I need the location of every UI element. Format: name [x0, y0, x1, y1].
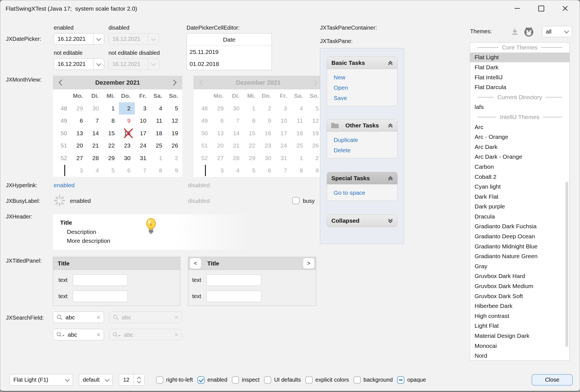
checkbox-box[interactable] — [353, 376, 361, 384]
combo-dropdown-button[interactable] — [62, 374, 73, 385]
datepicker-value[interactable]: 16.12.2021 — [54, 36, 93, 42]
calendar-cell[interactable]: 25 — [150, 139, 166, 152]
collapse-icon[interactable] — [387, 122, 394, 129]
checkbox-box[interactable] — [232, 376, 239, 384]
calendar-cell[interactable]: 28 — [87, 152, 103, 165]
search-text[interactable]: abc — [68, 331, 94, 338]
datepicker-dropdown-button[interactable] — [93, 34, 104, 44]
font-size-spinner[interactable]: 12 — [119, 374, 145, 386]
theme-item[interactable]: Gruvbox Dark Medium — [470, 281, 569, 291]
calendar-cell[interactable]: 17 — [135, 127, 151, 140]
theme-item[interactable]: Gradianto Midnight Blue — [470, 241, 569, 251]
table-row[interactable]: 01.02.2018 — [187, 58, 272, 70]
calendar-cell[interactable]: 23 — [119, 139, 135, 152]
task-link[interactable]: Go to space — [334, 189, 397, 196]
calendar-cell[interactable]: 52 — [53, 152, 71, 165]
search-field-with-menu-enabled[interactable]: abc × — [53, 329, 104, 340]
calendar-cell[interactable]: 27 — [71, 152, 87, 165]
download-icon[interactable] — [510, 27, 520, 37]
calendar-cell[interactable]: 31 — [135, 152, 151, 165]
checkbox-box[interactable] — [305, 376, 313, 384]
calendar-cell[interactable]: 26 — [166, 139, 182, 152]
next-month-icon[interactable] — [171, 80, 176, 85]
calendar-cell[interactable]: 9 — [119, 115, 135, 127]
calendar-cell[interactable]: Do. — [119, 90, 135, 102]
calendar-cell[interactable]: 2 — [119, 102, 135, 115]
calendar-cell[interactable]: 6 — [71, 115, 87, 127]
calendar-cell[interactable]: Mo. — [71, 90, 87, 102]
option-checkbox[interactable]: right-to-left — [156, 376, 193, 384]
calendar-cell[interactable]: 18 — [150, 127, 166, 140]
calendar-cell[interactable]: 7 — [135, 164, 151, 177]
calendar-cell[interactable]: 30 — [119, 152, 135, 165]
github-icon[interactable] — [523, 26, 535, 38]
calendar-cell[interactable]: 20 — [71, 139, 87, 152]
calendar-cell[interactable]: 13 — [71, 127, 87, 140]
theme-item[interactable]: Arc - Orange — [470, 132, 569, 142]
theme-item[interactable]: Arc — [470, 122, 569, 132]
collapse-icon[interactable] — [387, 175, 394, 182]
option-checkbox[interactable]: UI defaults — [264, 376, 301, 384]
minimize-button[interactable] — [505, 0, 529, 16]
theme-item[interactable]: Dracula — [470, 212, 569, 222]
collapse-icon[interactable] — [387, 59, 394, 66]
busy-checkbox-label[interactable]: busy — [303, 197, 315, 205]
spinner-down-icon[interactable] — [137, 379, 141, 383]
table-row[interactable]: 25.11.2019 — [187, 46, 272, 58]
task-link[interactable]: Open — [334, 84, 397, 91]
calendar-cell[interactable]: 29 — [71, 102, 87, 115]
theme-item[interactable]: Gruvbox Dark Soft — [470, 291, 569, 301]
calendar-cell[interactable]: 3 — [135, 102, 151, 115]
calendar-cell[interactable] — [53, 90, 71, 102]
theme-item[interactable]: High contrast — [470, 311, 569, 321]
option-checkbox[interactable]: background — [353, 376, 393, 384]
theme-item[interactable]: Gruvbox Dark Hard — [470, 271, 569, 281]
next-button[interactable]: > — [303, 258, 314, 269]
calendar-cell[interactable]: 5 — [166, 102, 182, 115]
calendar-cell[interactable]: 10 — [135, 115, 151, 127]
theme-item[interactable]: Gradianto Nature Green — [470, 251, 569, 261]
task-link[interactable]: Delete — [334, 147, 397, 154]
theme-item[interactable]: Flat IntelliJ — [470, 72, 569, 82]
calendar-cell[interactable]: 12 — [166, 115, 182, 127]
theme-item[interactable]: Gradianto Dark Fuchsia — [470, 222, 569, 232]
table-header-date[interactable]: Date — [187, 34, 272, 46]
theme-item[interactable]: Cobalt 2 — [470, 172, 569, 182]
calendar-cell[interactable]: 9 — [166, 164, 182, 177]
theme-item[interactable]: Material Design Dark — [470, 331, 569, 341]
busy-checkbox[interactable] — [292, 197, 300, 204]
search-text[interactable]: abc — [65, 314, 94, 321]
theme-item[interactable]: Flat Darcula — [470, 82, 569, 92]
search-field-enabled[interactable]: abc × — [53, 312, 104, 323]
calendar-cell[interactable]: 29 — [103, 152, 119, 165]
text-field[interactable] — [73, 274, 128, 286]
theme-item[interactable]: Gray — [470, 261, 569, 271]
option-checkbox[interactable]: opaque — [397, 376, 426, 384]
calendar-cell[interactable]: 2 — [166, 152, 182, 165]
theme-item[interactable]: Dark purple — [470, 202, 569, 212]
combo-dropdown-button[interactable] — [561, 26, 572, 37]
text-field[interactable] — [73, 291, 128, 302]
theme-item[interactable]: Arc Dark - Orange — [470, 152, 569, 162]
theme-item[interactable]: lafs — [470, 102, 569, 112]
calendar-cell[interactable]: Mi. — [103, 90, 119, 102]
themes-scrollbar-thumb[interactable] — [565, 182, 568, 347]
calendar-cell[interactable]: 3 — [71, 164, 87, 177]
calendar-cell[interactable]: 1 — [103, 102, 119, 115]
datepicker-enabled[interactable]: 16.12.2021 — [54, 33, 104, 45]
calendar-cell[interactable]: 50 — [53, 127, 71, 140]
taskpane-header[interactable]: Collapsed — [327, 215, 397, 227]
calendar-cell[interactable]: 49 — [53, 115, 71, 127]
clear-icon[interactable]: × — [96, 331, 100, 338]
calendar-cell[interactable]: 6 — [119, 164, 135, 177]
calendar-cell[interactable]: 1 — [150, 152, 166, 165]
calendar-cell[interactable] — [53, 164, 71, 177]
checkbox-box[interactable] — [197, 376, 205, 384]
scale-combo[interactable]: default — [79, 374, 113, 386]
task-link[interactable]: Save — [334, 95, 397, 101]
prev-button[interactable]: < — [190, 258, 201, 269]
datepicker-not-editable[interactable]: 16.12.2021 — [54, 58, 104, 70]
text-field[interactable] — [206, 291, 261, 302]
calendar-cell[interactable]: 22 — [103, 139, 119, 152]
option-checkbox[interactable]: inspect — [232, 376, 260, 384]
